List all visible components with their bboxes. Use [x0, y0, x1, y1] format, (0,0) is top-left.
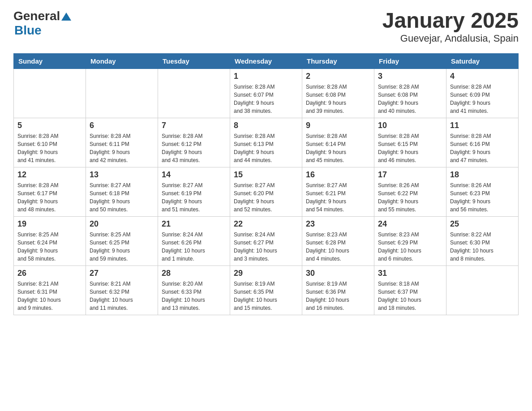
day-number: 27	[90, 269, 154, 278]
day-number: 12	[17, 170, 82, 180]
day-number: 4	[450, 72, 515, 81]
day-header-saturday: Saturday	[446, 53, 519, 68]
day-number: 14	[162, 170, 226, 180]
calendar-cell: 25Sunrise: 8:22 AM Sunset: 6:30 PM Dayli…	[446, 216, 519, 265]
calendar-cell: 27Sunrise: 8:21 AM Sunset: 6:32 PM Dayli…	[86, 265, 158, 315]
calendar-cell	[446, 265, 519, 315]
day-info: Sunrise: 8:28 AM Sunset: 6:11 PM Dayligh…	[90, 132, 154, 164]
day-number: 21	[162, 219, 226, 229]
calendar-cell: 16Sunrise: 8:27 AM Sunset: 6:21 PM Dayli…	[302, 167, 374, 216]
day-info: Sunrise: 8:21 AM Sunset: 6:32 PM Dayligh…	[90, 280, 154, 312]
day-info: Sunrise: 8:28 AM Sunset: 6:08 PM Dayligh…	[378, 83, 442, 115]
calendar-body: 1Sunrise: 8:28 AM Sunset: 6:07 PM Daylig…	[14, 68, 519, 315]
logo-general-text: General	[13, 9, 60, 23]
day-number: 19	[17, 219, 82, 229]
calendar-cell: 11Sunrise: 8:28 AM Sunset: 6:16 PM Dayli…	[446, 118, 519, 167]
title-section: January 2025 Guevejar, Andalusia, Spain	[382, 9, 519, 44]
header-row: SundayMondayTuesdayWednesdayThursdayFrid…	[14, 53, 519, 68]
day-info: Sunrise: 8:21 AM Sunset: 6:31 PM Dayligh…	[17, 280, 82, 312]
day-number: 8	[234, 121, 298, 130]
day-info: Sunrise: 8:19 AM Sunset: 6:36 PM Dayligh…	[306, 280, 370, 312]
calendar-cell: 29Sunrise: 8:19 AM Sunset: 6:35 PM Dayli…	[230, 265, 302, 315]
day-info: Sunrise: 8:28 AM Sunset: 6:14 PM Dayligh…	[306, 132, 370, 164]
day-info: Sunrise: 8:19 AM Sunset: 6:35 PM Dayligh…	[234, 280, 298, 312]
page-header: General Blue January 2025 Guevejar, Anda…	[13, 9, 519, 44]
calendar-cell: 9Sunrise: 8:28 AM Sunset: 6:14 PM Daylig…	[302, 118, 374, 167]
day-number: 20	[90, 219, 154, 229]
calendar-cell	[158, 68, 230, 118]
day-info: Sunrise: 8:20 AM Sunset: 6:33 PM Dayligh…	[162, 280, 226, 312]
day-number: 30	[306, 269, 370, 278]
calendar-cell: 15Sunrise: 8:27 AM Sunset: 6:20 PM Dayli…	[230, 167, 302, 216]
logo-triangle-icon	[61, 13, 71, 22]
calendar-cell	[86, 68, 158, 118]
svg-marker-0	[61, 13, 71, 21]
day-number: 2	[306, 72, 370, 81]
calendar-week-2: 5Sunrise: 8:28 AM Sunset: 6:10 PM Daylig…	[14, 118, 519, 167]
calendar-cell: 3Sunrise: 8:28 AM Sunset: 6:08 PM Daylig…	[374, 68, 446, 118]
calendar-title: January 2025	[382, 9, 519, 33]
day-info: Sunrise: 8:28 AM Sunset: 6:07 PM Dayligh…	[234, 83, 298, 115]
day-header-friday: Friday	[374, 53, 446, 68]
day-number: 10	[378, 121, 442, 130]
day-number: 15	[234, 170, 298, 180]
day-info: Sunrise: 8:28 AM Sunset: 6:13 PM Dayligh…	[234, 132, 298, 164]
day-info: Sunrise: 8:25 AM Sunset: 6:24 PM Dayligh…	[17, 231, 82, 263]
calendar-cell: 1Sunrise: 8:28 AM Sunset: 6:07 PM Daylig…	[230, 68, 302, 118]
calendar-cell: 23Sunrise: 8:23 AM Sunset: 6:28 PM Dayli…	[302, 216, 374, 265]
calendar-week-5: 26Sunrise: 8:21 AM Sunset: 6:31 PM Dayli…	[14, 265, 519, 315]
logo-blue-text: Blue	[14, 23, 42, 38]
day-number: 17	[378, 170, 442, 180]
day-number: 22	[234, 219, 298, 229]
day-header-tuesday: Tuesday	[158, 53, 230, 68]
calendar-subtitle: Guevejar, Andalusia, Spain	[382, 33, 519, 44]
day-info: Sunrise: 8:28 AM Sunset: 6:12 PM Dayligh…	[162, 132, 226, 164]
day-number: 29	[234, 269, 298, 278]
day-number: 7	[162, 121, 226, 130]
calendar-cell: 2Sunrise: 8:28 AM Sunset: 6:08 PM Daylig…	[302, 68, 374, 118]
calendar-cell: 21Sunrise: 8:24 AM Sunset: 6:26 PM Dayli…	[158, 216, 230, 265]
calendar-cell: 7Sunrise: 8:28 AM Sunset: 6:12 PM Daylig…	[158, 118, 230, 167]
calendar-cell: 12Sunrise: 8:28 AM Sunset: 6:17 PM Dayli…	[14, 167, 86, 216]
calendar-cell: 19Sunrise: 8:25 AM Sunset: 6:24 PM Dayli…	[14, 216, 86, 265]
day-info: Sunrise: 8:27 AM Sunset: 6:20 PM Dayligh…	[234, 181, 298, 214]
day-header-monday: Monday	[86, 53, 158, 68]
calendar-week-3: 12Sunrise: 8:28 AM Sunset: 6:17 PM Dayli…	[14, 167, 519, 216]
day-info: Sunrise: 8:22 AM Sunset: 6:30 PM Dayligh…	[450, 231, 515, 263]
calendar-week-4: 19Sunrise: 8:25 AM Sunset: 6:24 PM Dayli…	[14, 216, 519, 265]
day-header-wednesday: Wednesday	[230, 53, 302, 68]
calendar-cell: 22Sunrise: 8:24 AM Sunset: 6:27 PM Dayli…	[230, 216, 302, 265]
calendar-cell: 6Sunrise: 8:28 AM Sunset: 6:11 PM Daylig…	[86, 118, 158, 167]
calendar-cell: 18Sunrise: 8:26 AM Sunset: 6:23 PM Dayli…	[446, 167, 519, 216]
calendar-cell	[14, 68, 86, 118]
calendar-cell: 10Sunrise: 8:28 AM Sunset: 6:15 PM Dayli…	[374, 118, 446, 167]
day-number: 24	[378, 219, 442, 229]
day-number: 16	[306, 170, 370, 180]
day-info: Sunrise: 8:28 AM Sunset: 6:15 PM Dayligh…	[378, 132, 442, 164]
day-number: 9	[306, 121, 370, 130]
day-number: 6	[90, 121, 154, 130]
day-info: Sunrise: 8:23 AM Sunset: 6:29 PM Dayligh…	[378, 231, 442, 263]
day-info: Sunrise: 8:24 AM Sunset: 6:26 PM Dayligh…	[162, 231, 226, 263]
day-header-sunday: Sunday	[14, 53, 86, 68]
calendar-cell: 24Sunrise: 8:23 AM Sunset: 6:29 PM Dayli…	[374, 216, 446, 265]
day-number: 3	[378, 72, 442, 81]
day-info: Sunrise: 8:24 AM Sunset: 6:27 PM Dayligh…	[234, 231, 298, 263]
day-info: Sunrise: 8:28 AM Sunset: 6:16 PM Dayligh…	[450, 132, 515, 164]
day-header-thursday: Thursday	[302, 53, 374, 68]
day-info: Sunrise: 8:28 AM Sunset: 6:09 PM Dayligh…	[450, 83, 515, 115]
day-number: 11	[450, 121, 515, 130]
calendar-table: SundayMondayTuesdayWednesdayThursdayFrid…	[13, 53, 519, 315]
day-info: Sunrise: 8:18 AM Sunset: 6:37 PM Dayligh…	[378, 280, 442, 312]
calendar-cell: 8Sunrise: 8:28 AM Sunset: 6:13 PM Daylig…	[230, 118, 302, 167]
calendar-cell: 14Sunrise: 8:27 AM Sunset: 6:19 PM Dayli…	[158, 167, 230, 216]
day-number: 31	[378, 269, 442, 278]
day-number: 28	[162, 269, 226, 278]
day-info: Sunrise: 8:27 AM Sunset: 6:18 PM Dayligh…	[90, 181, 154, 214]
calendar-week-1: 1Sunrise: 8:28 AM Sunset: 6:07 PM Daylig…	[14, 68, 519, 118]
calendar-cell: 5Sunrise: 8:28 AM Sunset: 6:10 PM Daylig…	[14, 118, 86, 167]
calendar-header: SundayMondayTuesdayWednesdayThursdayFrid…	[14, 53, 519, 68]
day-number: 13	[90, 170, 154, 180]
day-info: Sunrise: 8:28 AM Sunset: 6:10 PM Dayligh…	[17, 132, 82, 164]
day-info: Sunrise: 8:26 AM Sunset: 6:23 PM Dayligh…	[450, 181, 515, 214]
